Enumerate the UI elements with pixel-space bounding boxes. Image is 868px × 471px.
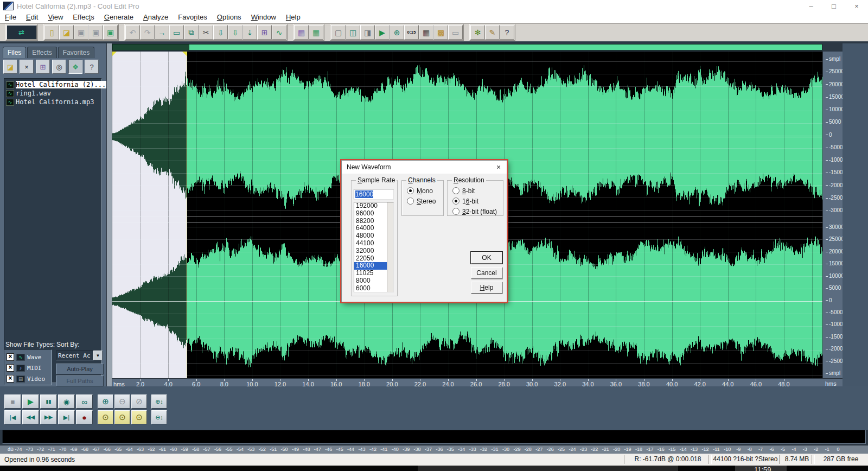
toolbar-cue-list-button[interactable]: ▦	[419, 25, 433, 40]
cancel-button[interactable]: Cancel	[471, 267, 502, 279]
minimize-button[interactable]: –	[800, 0, 822, 12]
toolbar-scripts-button[interactable]: ✎	[485, 25, 500, 40]
auto-play-button[interactable]: Auto-Play	[56, 364, 104, 374]
toolbar-paste-to-new-button[interactable]: ⇩	[228, 25, 242, 40]
zoom-zoom-to-selection-button[interactable]: ⊙	[98, 410, 113, 424]
menu-generate[interactable]: Generate	[99, 12, 138, 23]
file-list[interactable]: ∿Hotel California (2)...∿ring1.wav∿Hotel…	[4, 78, 102, 383]
radio-16-bit[interactable]: 16-bit	[452, 196, 503, 206]
toolbar-window-side-button[interactable]: ◨	[360, 25, 375, 40]
full-paths-button[interactable]: Full Paths	[56, 375, 104, 386]
zoom-zoom-full-button[interactable]: ⊘	[131, 394, 147, 409]
toolbar-play-preview-button[interactable]: ▶	[375, 25, 390, 40]
selection-end-marker-icon[interactable]	[182, 52, 187, 56]
checkbox-checked-icon[interactable]: ×	[7, 364, 14, 372]
maximize-button[interactable]: □	[822, 0, 845, 12]
sample-rate-list[interactable]: 1920009600088200640004800044100320002205…	[354, 202, 394, 292]
transport-loop-button[interactable]: ∞	[76, 394, 93, 409]
overview-bar[interactable]	[112, 44, 822, 50]
toolbar-redo-button[interactable]: ↷	[140, 25, 155, 40]
toolbar-mix-paste-button[interactable]: ⇣	[242, 25, 257, 40]
toolbar-edit-multitrack-toggle-button[interactable]: ⇄	[7, 25, 37, 40]
close-button[interactable]: ×	[845, 0, 868, 12]
checkbox-checked-icon[interactable]: ×	[7, 375, 14, 383]
zoom-zoom-sel-left-button[interactable]: ⊙	[114, 410, 130, 424]
transport-fast-forward-button[interactable]: ▶▶	[40, 410, 57, 424]
menu-edit[interactable]: Edit	[21, 12, 43, 23]
toolbar-save-file-button[interactable]: ▣	[74, 25, 88, 40]
selection-start-marker-icon[interactable]	[112, 52, 117, 56]
zoom-zoom-in-vertical-button[interactable]: ⊕↕	[151, 394, 167, 409]
toolbar-find-beats-button[interactable]: ∿	[272, 25, 286, 40]
toolbar-window-find-button[interactable]: ◫	[346, 25, 360, 40]
toolbar-copy-button[interactable]: ⧉	[184, 25, 199, 40]
toolbar-pause-lights-button[interactable]: 0:15	[404, 25, 419, 40]
menu-help[interactable]: Help	[281, 12, 305, 23]
zoom-zoom-out-button[interactable]: ⊖	[114, 394, 130, 409]
sort-by-select[interactable]: Recent Ac	[56, 351, 94, 360]
dialog-titlebar[interactable]: New Waveform ×	[342, 161, 507, 174]
toolbar-undo-button[interactable]: ↶	[125, 25, 140, 40]
organizer-options-advanced-button[interactable]: ❖	[68, 60, 82, 74]
menu-view[interactable]: View	[43, 12, 68, 23]
ok-button[interactable]: OK	[471, 252, 502, 264]
menu-analyze[interactable]: Analyze	[138, 12, 173, 23]
menu-favorites[interactable]: Favorites	[173, 12, 212, 23]
transport-stop-button[interactable]: ■	[4, 394, 21, 409]
radio-stereo[interactable]: Stereo	[407, 196, 443, 206]
amplitude-scale[interactable]: smpl2500020000150001000050000-5000-10000…	[822, 52, 843, 378]
toolbar-window-blank-button[interactable]: ▭	[448, 25, 463, 40]
transport-play-looped-button[interactable]: ◉	[58, 394, 75, 409]
menu-effects[interactable]: Effects	[68, 12, 99, 23]
organizer-close-file-button[interactable]: ×	[20, 60, 34, 74]
help-button[interactable]: Help	[471, 282, 502, 294]
radio-8-bit[interactable]: 8-bit	[452, 186, 503, 195]
radio-mono[interactable]: Mono	[407, 186, 443, 195]
toolbar-help-button[interactable]: ?	[500, 25, 514, 40]
toolbar-zoom-tool-button[interactable]: ⊕	[390, 25, 404, 40]
menu-file[interactable]: File	[0, 12, 21, 23]
sample-rate-input[interactable]: 16000	[354, 189, 394, 200]
organizer-insert-multitrack-button[interactable]: ⊞	[36, 60, 50, 74]
dialog-close-icon[interactable]: ×	[490, 161, 507, 173]
radio-32-bit-float-[interactable]: 32-bit (float)	[452, 207, 503, 216]
toolbar-new-file-button[interactable]: ▯	[44, 25, 59, 40]
toolbar-group-waveform-green-button[interactable]: ▦	[309, 25, 323, 40]
tab-files[interactable]: Files	[3, 47, 26, 58]
organizer-open-folder-button[interactable]: ◪	[3, 60, 17, 74]
toolbar-insert-multitrack-button[interactable]: ⊞	[257, 25, 272, 40]
transport-play-button[interactable]: ▶	[22, 394, 39, 409]
menu-window[interactable]: Window	[246, 12, 281, 23]
toolbar-window-normal-button[interactable]: ▢	[331, 25, 346, 40]
toolbar-cut-button[interactable]: ✂	[199, 25, 213, 40]
organizer-insert-cd-button[interactable]: ◎	[52, 60, 66, 74]
transport-go-start-button[interactable]: |◀	[4, 410, 21, 424]
toolbar-repeat-last-button[interactable]: →	[155, 25, 169, 40]
transport-record-button[interactable]: ●	[76, 410, 93, 424]
file-item[interactable]: ∿Hotel California.mp3	[4, 98, 101, 106]
tab-effects[interactable]: Effects	[27, 47, 56, 58]
toolbar-open-file-button[interactable]: ◪	[59, 25, 74, 40]
list-scrollbar[interactable]	[387, 202, 393, 292]
zoom-zoom-out-vertical-button[interactable]: ⊖↕	[151, 410, 167, 424]
toolbar-save-as-button[interactable]: ▣	[88, 25, 103, 40]
toolbar-trim-button[interactable]: ▭	[169, 25, 184, 40]
checkbox-checked-icon[interactable]: ×	[7, 353, 14, 361]
file-item[interactable]: ∿ring1.wav	[4, 89, 101, 98]
zoom-zoom-in-button[interactable]: ⊕	[98, 394, 113, 409]
toolbar-group-waveform-purple-button[interactable]: ▦	[294, 25, 309, 40]
organizer-help-button[interactable]: ?	[85, 60, 99, 74]
menu-options[interactable]: Options	[212, 12, 246, 23]
transport-go-end-button[interactable]: ▶|	[58, 410, 75, 424]
panel-splitter[interactable]	[106, 43, 112, 388]
tab-favorites[interactable]: Favorites	[58, 47, 94, 58]
toolbar-settings-gear-button[interactable]: ✻	[470, 25, 485, 40]
toolbar-paste-button[interactable]: ⇩	[213, 25, 228, 40]
toolbar-save-selection-button[interactable]: ▣	[103, 25, 118, 40]
zoom-zoom-sel-right-button[interactable]: ⊙	[131, 410, 147, 424]
level-meter[interactable]	[2, 430, 866, 444]
toolbar-organize-windows-button[interactable]: ▩	[433, 25, 448, 40]
transport-pause-button[interactable]: ▮▮	[40, 394, 57, 409]
file-item[interactable]: ∿Hotel California (2)...	[4, 80, 101, 89]
sort-dropdown-arrow-icon[interactable]: ▼	[93, 351, 103, 360]
